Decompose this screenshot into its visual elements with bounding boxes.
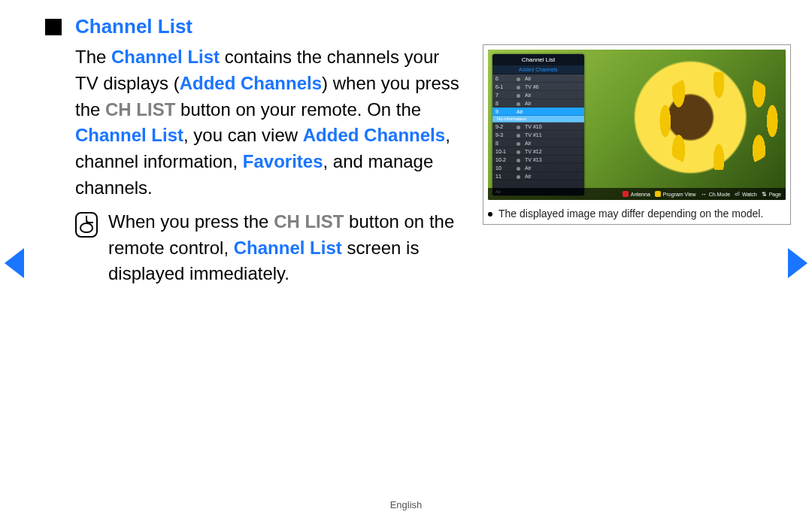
tv-screenshot: Channel List Added Channels 6Air6-1TV #6… [488,50,786,200]
osd-row: 10-2TV #13 [492,156,584,164]
enter-key-icon: ⏎ [735,191,740,198]
osd-legend-bar: Antenna Program View ↔Ch.Mode ⏎Watch ⇅Pa… [488,188,786,200]
body-text: The [75,47,111,67]
term-added-channels: Added Channels [180,73,322,93]
osd-channel-number: 9-2 [495,124,512,129]
osd-channel-number: 7 [495,92,512,98]
section-title: Channel List [75,15,192,38]
dot-icon [517,102,520,106]
osd-channel-name: Air [525,92,532,98]
text-column: The Channel List contains the channels y… [45,44,466,287]
osd-channel-number: 8 [495,101,512,106]
term-channel-list: Channel List [234,238,342,258]
prev-page-arrow[interactable] [5,248,24,278]
osd-row-selected: 9 Air [492,108,584,116]
yellow-key-icon [655,191,661,197]
osd-channel-number: 9-3 [495,132,512,138]
legend-label: Page [769,192,781,197]
term-added-channels: Added Channels [303,125,445,145]
osd-row: 6Air [492,74,584,83]
osd-row: 9-3TV #11 [492,131,584,139]
section-heading-row: Channel List [45,15,782,38]
osd-channel-name: Air [525,101,532,106]
legend-label: Antenna [631,192,650,197]
osd-channel-name: TV #12 [525,149,542,154]
figure-column: Channel List Added Channels 6Air6-1TV #6… [483,44,791,225]
button-name-ch-list: CH LIST [105,99,175,120]
dot-icon [517,175,520,179]
osd-row: 8Air [492,99,584,108]
osd-channel-number: 11 [495,174,512,179]
dot-icon [517,142,520,146]
red-key-icon [623,191,629,197]
hand-note-icon [75,212,98,238]
osd-channel-number: 8 [495,141,512,146]
osd-row: 10-1TV #12 [492,147,584,156]
osd-channel-name: TV #6 [525,84,539,89]
osd-channel-number: 6 [495,76,512,81]
note-row: When you press the CH LIST button on the… [45,209,466,287]
dot-icon [517,167,520,171]
dot-icon [517,134,520,138]
channel-list-osd: Channel List Added Channels 6Air6-1TV #6… [492,54,584,195]
figure-box: Channel List Added Channels 6Air6-1TV #6… [483,44,791,225]
osd-channel-name: Air [517,109,523,114]
up-down-arrows-icon: ⇅ [762,191,767,198]
osd-channel-name: TV #10 [525,124,542,129]
legend-watch: ⏎Watch [735,191,757,198]
osd-channel-name: Air [525,174,532,179]
osd-channel-name: Air [525,165,532,171]
manual-page: Channel List The Channel List contains t… [0,0,812,530]
figure-caption: The displayed image may differ depending… [498,207,763,220]
dot-icon [517,159,520,162]
osd-selected-info: No information [492,116,584,123]
osd-channel-name: Air [525,76,532,81]
osd-title: Channel List [492,54,584,65]
osd-channel-number: 9 [495,109,512,114]
content-row: The Channel List contains the channels y… [45,44,782,287]
term-favorites: Favorites [243,151,323,171]
osd-row: 8Air [492,139,584,147]
osd-row: 6-1TV #6 [492,83,584,91]
osd-subtitle: Added Channels [492,65,584,74]
legend-label: Ch.Mode [709,192,730,197]
left-right-arrows-icon: ↔ [701,191,707,198]
dot-icon [517,94,520,98]
term-channel-list: Channel List [75,125,183,145]
osd-channel-number: 10 [495,165,512,171]
osd-row: 10Air [492,164,584,172]
legend-antenna: Antenna [623,191,650,197]
note-text: When you press the [108,211,274,232]
bullet-icon [488,212,492,217]
button-name-ch-list: CH LIST [274,211,344,232]
legend-label: Watch [742,192,757,197]
legend-ch-mode: ↔Ch.Mode [701,191,730,198]
term-channel-list: Channel List [111,47,220,67]
osd-channel-number: 10-2 [495,157,512,162]
legend-page: ⇅Page [762,191,781,198]
dot-icon [517,150,520,154]
next-page-arrow[interactable] [788,248,807,278]
osd-row: 9-2TV #10 [492,123,584,131]
dot-icon [517,77,520,81]
note-paragraph: When you press the CH LIST button on the… [108,209,466,287]
osd-channel-name: TV #13 [525,157,542,162]
page-language-label: English [0,499,812,510]
osd-row: 7Air [492,91,584,99]
osd-channel-name: Air [525,141,532,146]
dot-icon [517,86,520,89]
dot-icon [517,126,520,129]
body-text: button on your remote. On the [175,99,421,120]
body-text: , you can view [183,125,303,145]
body-paragraph: The Channel List contains the channels y… [45,44,466,201]
legend-program-view: Program View [655,191,696,197]
osd-channel-name: TV #11 [525,132,542,138]
osd-row: 11Air [492,172,584,180]
legend-label: Program View [663,192,696,197]
square-bullet-icon [45,19,62,35]
osd-channel-number: 10-1 [495,149,512,154]
osd-channel-number: 6-1 [495,84,512,89]
figure-caption-row: The displayed image may differ depending… [488,207,786,220]
